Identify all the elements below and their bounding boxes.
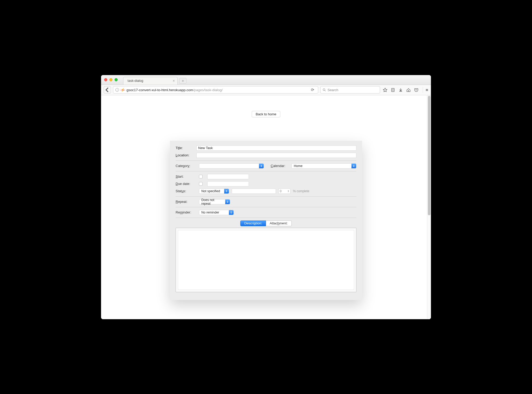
chevron-updown-icon [225,199,230,204]
label-repeat: Repeat: [176,200,196,204]
due-date-input[interactable] [207,181,249,186]
divider [176,161,356,161]
label-category: Category: [176,164,196,168]
task-dialog: Title: Location: Category: Calendar: [170,141,362,300]
reminder-select[interactable]: No reminder [199,210,234,215]
tab-strip: task-dialog × + [123,75,187,85]
bookmark-star-icon[interactable] [382,87,388,93]
browser-window: task-dialog × + i ⚡ gsoc17-convert-xul-t… [101,75,431,319]
minimize-window-button[interactable] [109,78,112,81]
page-content: Back to home Title: Location: Category: [101,95,431,319]
downloads-icon[interactable] [398,87,403,93]
url-bar[interactable]: i ⚡ gsoc17-convert-xul-to-html.herokuapp… [113,86,318,94]
label-status: Status: [176,189,196,193]
label-calendar: Calendar: [271,164,289,168]
title-input[interactable] [196,145,356,151]
menu-icon[interactable] [423,87,428,93]
back-to-home-button[interactable]: Back to home [252,111,280,117]
divider [176,218,356,218]
home-icon[interactable] [405,87,411,93]
description-textarea[interactable] [178,230,354,290]
stepper-icon[interactable]: ▲▼ [288,190,289,192]
divider [176,171,356,171]
vertical-scrollbar[interactable] [427,95,431,319]
chevron-updown-icon [229,210,234,215]
nav-toolbar: i ⚡ gsoc17-convert-xul-to-html.herokuapp… [101,85,431,95]
scrollbar-thumb[interactable] [428,96,430,215]
search-bar[interactable]: Search [320,86,380,94]
window-controls [104,78,118,81]
category-select[interactable] [199,163,264,169]
divider [176,207,356,207]
description-tabs: Description: Attachment: [176,221,356,226]
reload-icon[interactable]: ⟳ [309,88,316,92]
percent-complete-input[interactable]: 0 ▲▼ [278,189,290,194]
close-tab-icon[interactable]: × [173,79,175,83]
label-title: Title: [176,146,196,150]
search-placeholder: Search [328,88,338,92]
label-percent-complete: % complete [293,189,309,193]
chevron-updown-icon [259,164,264,168]
back-button[interactable] [104,86,111,94]
start-date-input[interactable] [207,174,249,179]
new-tab-button[interactable]: + [179,78,187,84]
tab-title: task-dialog [128,79,143,83]
status-select[interactable]: Not specified [199,189,229,194]
library-icon[interactable] [390,87,396,93]
divider [176,196,356,197]
calendar-select[interactable]: Home [291,163,356,169]
zoom-window-button[interactable] [115,78,118,81]
label-reminder: Reminder: [176,210,196,214]
repeat-select[interactable]: Does not repeat [199,199,230,204]
close-window-button[interactable] [104,78,107,81]
pocket-icon[interactable] [413,87,419,93]
url-text: gsoc17-convert-xul-to-html.herokuapp.com… [127,88,223,92]
svg-line-1 [325,90,325,91]
location-input[interactable] [196,153,356,158]
site-info-icon[interactable]: i [115,88,119,92]
label-start: Start: [176,175,196,178]
tab-description[interactable]: Description: [240,221,266,226]
label-location: Location: [176,153,196,157]
label-due: Due date: [176,182,196,186]
status-date-input[interactable] [232,189,276,194]
svg-point-0 [323,89,325,90]
window-titlebar: task-dialog × + [101,75,431,85]
chevron-updown-icon [224,189,229,193]
chevron-updown-icon [351,164,356,168]
search-icon [323,88,326,92]
browser-tab-active[interactable]: task-dialog × [123,77,178,85]
start-checkbox[interactable] [199,175,203,178]
tab-attachment[interactable]: Attachment: [266,221,291,226]
description-panel [176,228,356,292]
tracking-protection-icon[interactable]: ⚡ [121,88,125,92]
due-checkbox[interactable] [199,182,203,186]
